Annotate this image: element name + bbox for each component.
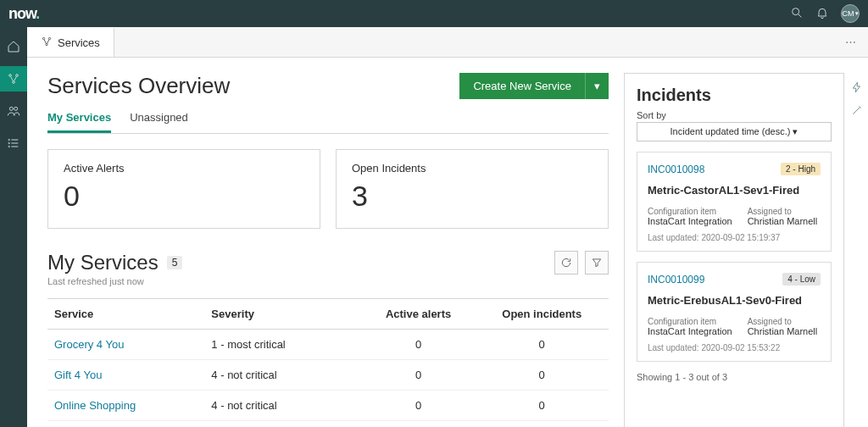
search-icon[interactable] xyxy=(790,6,804,22)
tab-label: Services xyxy=(58,36,100,49)
subtabs: My ServicesUnassigned xyxy=(47,111,609,134)
services-table: Service Severity Active alerts Open inci… xyxy=(47,298,609,427)
section-title: My Services xyxy=(47,251,159,274)
cell-open-incidents: 3 xyxy=(475,421,609,428)
col-active-alerts[interactable]: Active alerts xyxy=(362,299,476,330)
cell-active-alerts: 0 xyxy=(362,391,476,421)
lightning-icon[interactable] xyxy=(851,81,863,96)
incident-id-link[interactable]: INC0010099 xyxy=(648,274,704,286)
card-label: Open Incidents xyxy=(352,162,593,175)
cell-severity: 4 - not critical xyxy=(204,391,361,421)
rail-users-icon[interactable] xyxy=(0,98,27,124)
priority-badge: 2 - High xyxy=(781,163,821,175)
card-open-incidents: Open Incidents 3 xyxy=(336,149,609,229)
incident-card[interactable]: INC00100994 - LowMetric-ErebusAL1-Sev0-F… xyxy=(637,262,832,362)
incident-ci: InstaCart Integration xyxy=(648,326,732,336)
incident-assigned: Christian Marnell xyxy=(748,326,818,336)
svg-point-3 xyxy=(16,75,19,77)
cell-open-incidents: 0 xyxy=(475,360,609,391)
cell-severity: 4 - not critical xyxy=(204,421,361,428)
avatar[interactable]: CM▾ xyxy=(841,4,860,23)
rail-home-icon[interactable] xyxy=(0,34,27,59)
svg-point-2 xyxy=(9,75,12,77)
svg-line-1 xyxy=(798,14,802,17)
create-new-service-dropdown[interactable]: ▾ xyxy=(585,73,609,99)
card-value: 0 xyxy=(64,180,304,213)
svg-point-6 xyxy=(14,107,18,110)
table-row: InstaCart Integration4 - not critical03 xyxy=(47,421,609,428)
left-rail xyxy=(0,27,27,427)
side-float-icons xyxy=(851,81,863,119)
cell-active-alerts: 0 xyxy=(362,360,476,391)
svg-point-5 xyxy=(9,107,13,110)
subtab-my-services[interactable]: My Services xyxy=(47,111,111,133)
svg-point-15 xyxy=(46,43,47,45)
incident-title: Metric-CastorAL1-Sev1-Fired xyxy=(648,184,821,197)
incidents-panel: Incidents Sort by Incident updated time … xyxy=(624,73,844,427)
col-severity[interactable]: Severity xyxy=(204,299,361,330)
services-icon xyxy=(41,36,53,50)
incident-updated: Last updated: 2020-09-02 15:53:22 xyxy=(648,343,821,352)
cell-open-incidents: 0 xyxy=(475,330,609,360)
incident-id-link[interactable]: INC0010098 xyxy=(648,164,704,175)
svg-point-13 xyxy=(42,37,44,39)
tab-strip: Services ⋯ xyxy=(27,27,868,58)
svg-point-10 xyxy=(8,139,9,140)
svg-point-4 xyxy=(13,81,15,84)
last-refreshed: Last refreshed just now xyxy=(47,276,609,286)
cell-active-alerts: 0 xyxy=(362,330,476,360)
svg-point-11 xyxy=(8,142,9,143)
sort-select[interactable]: Incident updated time (desc.) ▾ xyxy=(637,122,832,141)
subtab-unassigned[interactable]: Unassigned xyxy=(130,111,188,133)
service-link[interactable]: Gift 4 You xyxy=(54,369,102,381)
svg-point-0 xyxy=(793,8,799,14)
service-link[interactable]: Grocery 4 You xyxy=(54,338,124,351)
card-value: 3 xyxy=(352,180,593,213)
top-banner-actions: CM▾ xyxy=(790,4,860,23)
table-row: Online Shopping4 - not critical00 xyxy=(47,391,609,421)
incidents-title: Incidents xyxy=(637,86,832,105)
col-service[interactable]: Service xyxy=(47,299,204,330)
cell-active-alerts: 0 xyxy=(362,421,476,428)
showing-count: Showing 1 - 3 out of 3 xyxy=(637,372,832,382)
card-label: Active Alerts xyxy=(64,162,304,175)
priority-badge: 4 - Low xyxy=(782,273,821,286)
rail-services-icon[interactable] xyxy=(0,66,27,92)
top-banner: now. CM▾ xyxy=(0,0,868,27)
incident-card[interactable]: INC00100982 - HighMetric-CastorAL1-Sev1-… xyxy=(637,152,832,252)
count-badge: 5 xyxy=(167,256,183,269)
tab-services[interactable]: Services xyxy=(27,27,114,57)
table-row: Grocery 4 You1 - most critical00 xyxy=(47,330,609,360)
incident-updated: Last updated: 2020-09-02 15:19:37 xyxy=(648,233,821,242)
incident-ci: InstaCart Integration xyxy=(648,216,732,226)
incident-title: Metric-ErebusAL1-Sev0-Fired xyxy=(648,294,821,307)
wand-icon[interactable] xyxy=(851,104,863,119)
card-active-alerts: Active Alerts 0 xyxy=(47,149,320,229)
tab-overflow-icon[interactable]: ⋯ xyxy=(833,27,868,57)
service-link[interactable]: Online Shopping xyxy=(54,399,136,412)
refresh-button[interactable] xyxy=(554,251,578,274)
rail-list-icon[interactable] xyxy=(0,130,27,156)
filter-button[interactable] xyxy=(585,251,609,274)
svg-point-12 xyxy=(8,146,9,147)
cell-severity: 4 - not critical xyxy=(204,360,361,391)
incident-assigned: Christian Marnell xyxy=(748,216,818,226)
table-row: Gift 4 You4 - not critical00 xyxy=(47,360,609,391)
logo: now. xyxy=(8,5,39,23)
create-new-service-button[interactable]: Create New Service xyxy=(459,73,585,99)
sort-label: Sort by xyxy=(637,110,832,120)
page-title: Services Overview xyxy=(47,73,230,99)
cell-severity: 1 - most critical xyxy=(204,330,361,360)
col-open-incidents[interactable]: Open incidents xyxy=(475,299,609,330)
svg-point-14 xyxy=(48,37,50,39)
bell-icon[interactable] xyxy=(815,6,829,22)
cell-open-incidents: 0 xyxy=(475,391,609,421)
